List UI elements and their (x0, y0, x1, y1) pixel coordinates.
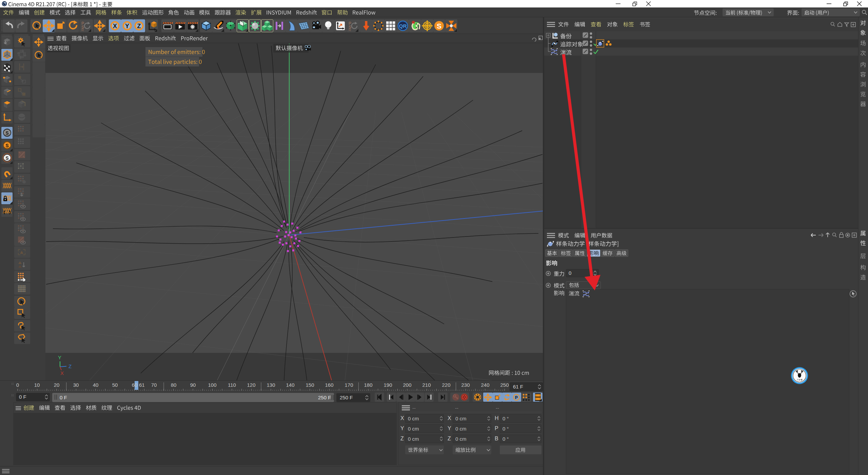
svg-text:210: 210 (422, 382, 431, 388)
svg-text:61: 61 (139, 382, 145, 388)
svg-text:X: X (113, 23, 117, 30)
svg-text:50: 50 (112, 382, 118, 388)
svg-text:130: 130 (267, 382, 275, 388)
svg-text:R: R (349, 28, 351, 32)
svg-text:10: 10 (34, 382, 40, 388)
svg-text:200: 200 (403, 382, 411, 388)
svg-text:60: 60 (132, 382, 138, 388)
svg-text:120: 120 (247, 382, 255, 388)
svg-text:S: S (437, 22, 441, 30)
svg-text:100: 100 (208, 382, 216, 388)
svg-text:190: 190 (383, 382, 392, 388)
svg-text:180: 180 (364, 382, 372, 388)
svg-text:S: S (5, 143, 8, 148)
svg-text:Y: Y (58, 355, 61, 360)
svg-text:110: 110 (228, 382, 236, 388)
svg-text:90: 90 (190, 382, 196, 388)
svg-text:250: 250 (500, 382, 509, 388)
svg-text:Z: Z (137, 23, 141, 30)
svg-text:170: 170 (344, 382, 353, 388)
svg-text:150: 150 (305, 382, 314, 388)
svg-text:160: 160 (325, 382, 333, 388)
svg-text:0: 0 (16, 382, 19, 388)
svg-text:Z: Z (68, 363, 72, 369)
svg-text:S: S (5, 130, 8, 136)
svg-text:Y: Y (125, 23, 129, 30)
svg-text:30: 30 (73, 382, 79, 388)
svg-text:X: X (60, 370, 64, 376)
svg-text:80: 80 (171, 382, 177, 388)
svg-text:R: R (81, 28, 84, 32)
svg-text:140: 140 (286, 382, 294, 388)
svg-text:240: 240 (481, 382, 489, 388)
svg-text:220: 220 (442, 382, 450, 388)
svg-text:20: 20 (54, 382, 60, 388)
svg-text:40: 40 (93, 382, 99, 388)
svg-text:230: 230 (461, 382, 470, 388)
svg-text:70: 70 (151, 382, 157, 388)
svg-text:S: S (5, 155, 8, 161)
svg-text:P: P (515, 395, 518, 400)
svg-text:QR: QR (399, 23, 407, 29)
